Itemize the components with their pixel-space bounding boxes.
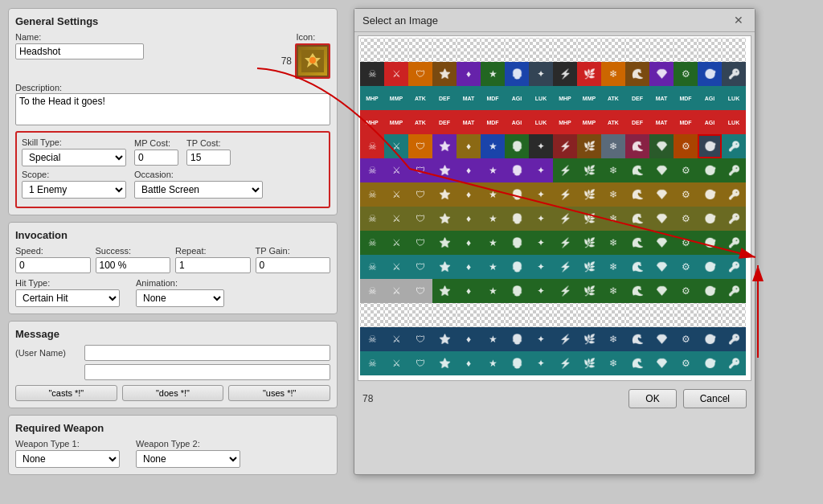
grid-icon[interactable]: ♦ — [457, 62, 481, 86]
grid-icon[interactable]: ♦ — [457, 207, 481, 231]
occasion-select[interactable]: Battle Screen — [134, 181, 263, 199]
grid-icon[interactable]: ⭐ — [432, 158, 457, 182]
grid-icon[interactable]: 🔑 — [722, 62, 746, 86]
grid-icon[interactable]: ☠ — [360, 158, 384, 182]
grid-icon[interactable]: 🎯 — [698, 62, 722, 86]
grid-icon[interactable]: ★ — [481, 351, 505, 375]
grid-icon[interactable] — [505, 38, 529, 62]
grid-icon[interactable]: 🌿 — [577, 134, 601, 158]
grid-icon[interactable]: 💀 — [505, 327, 529, 351]
grid-icon[interactable]: 🎯 — [698, 255, 722, 279]
grid-icon[interactable]: 🔑 — [722, 158, 746, 182]
hit-type-select[interactable]: Certain Hit — [15, 289, 120, 307]
icon-grid-container[interactable]: ☠⚔🛡⭐♦★💀✦⚡🌿❄🌊💎⚙🎯🔑MHPMMPATKDEFMATMDFAGILUK… — [358, 35, 751, 381]
grid-icon[interactable]: ☠ — [360, 351, 384, 375]
grid-icon[interactable]: 💎 — [649, 327, 674, 351]
grid-icon[interactable] — [505, 303, 529, 327]
grid-icon[interactable]: ATK — [408, 86, 432, 110]
grid-icon[interactable]: MMP — [577, 86, 601, 110]
grid-icon[interactable] — [408, 38, 432, 62]
grid-icon[interactable]: 🔑 — [722, 134, 746, 158]
grid-icon[interactable]: 🎯 — [698, 134, 722, 158]
grid-icon[interactable]: ❄ — [601, 158, 625, 182]
grid-icon[interactable]: ⚙ — [674, 182, 698, 207]
grid-icon[interactable]: 🌊 — [625, 231, 649, 255]
grid-icon[interactable]: ♦ — [457, 351, 481, 375]
grid-icon[interactable]: ✦ — [529, 327, 553, 351]
grid-icon[interactable]: 🌊 — [625, 207, 649, 231]
grid-icon[interactable] — [698, 303, 722, 327]
animation-select[interactable]: None — [136, 289, 224, 307]
grid-icon[interactable]: ❄ — [601, 134, 625, 158]
grid-icon[interactable]: ⚡ — [553, 351, 577, 375]
grid-icon[interactable] — [553, 303, 577, 327]
grid-icon[interactable]: ♦ — [457, 134, 481, 158]
grid-icon[interactable]: ★ — [481, 231, 505, 255]
grid-icon[interactable]: 🌿 — [577, 351, 601, 375]
grid-icon[interactable]: ⭐ — [432, 134, 457, 158]
grid-icon[interactable]: ⚡ — [553, 279, 577, 303]
grid-icon[interactable]: ☠ — [360, 327, 384, 351]
grid-icon[interactable]: 🎯 — [698, 327, 722, 351]
grid-icon[interactable]: 🌊 — [625, 279, 649, 303]
grid-icon[interactable]: 🌿 — [577, 255, 601, 279]
name-input[interactable] — [15, 43, 144, 59]
grid-icon[interactable]: ATK — [601, 86, 625, 110]
grid-icon[interactable]: 🎯 — [698, 231, 722, 255]
grid-icon[interactable]: MDF — [481, 110, 505, 134]
grid-icon[interactable] — [625, 303, 649, 327]
grid-icon[interactable]: 🌊 — [625, 158, 649, 182]
grid-icon[interactable]: 💀 — [505, 158, 529, 182]
grid-icon[interactable]: ⚔ — [384, 207, 408, 231]
grid-icon[interactable]: MDF — [674, 86, 698, 110]
grid-icon[interactable]: ♦ — [457, 255, 481, 279]
grid-icon[interactable]: ☠ — [360, 279, 384, 303]
grid-icon[interactable]: ⚙ — [674, 134, 698, 158]
grid-icon[interactable]: MHP — [553, 86, 577, 110]
grid-icon[interactable] — [432, 303, 457, 327]
grid-icon[interactable]: AGI — [698, 86, 722, 110]
grid-icon[interactable]: 🔑 — [722, 182, 746, 207]
grid-icon[interactable]: ⚙ — [674, 327, 698, 351]
grid-icon[interactable]: DEF — [625, 110, 649, 134]
grid-icon[interactable]: 🌊 — [625, 327, 649, 351]
grid-icon[interactable] — [625, 38, 649, 62]
grid-icon[interactable]: MHP — [553, 110, 577, 134]
grid-icon[interactable] — [553, 38, 577, 62]
grid-icon[interactable]: ⚔ — [384, 134, 408, 158]
grid-icon[interactable]: ❄ — [601, 327, 625, 351]
grid-icon[interactable]: 🎯 — [698, 207, 722, 231]
icon-button[interactable] — [295, 43, 330, 79]
grid-icon[interactable]: DEF — [625, 86, 649, 110]
grid-icon[interactable]: 💎 — [649, 158, 674, 182]
grid-icon[interactable]: 💎 — [649, 182, 674, 207]
close-button[interactable]: ✕ — [731, 14, 747, 27]
scope-select[interactable]: 1 Enemy — [22, 181, 126, 199]
grid-icon[interactable]: 💀 — [505, 231, 529, 255]
grid-icon[interactable]: ⭐ — [432, 231, 457, 255]
grid-icon[interactable] — [360, 303, 384, 327]
grid-icon[interactable]: ATK — [408, 110, 432, 134]
grid-icon[interactable]: ATK — [601, 110, 625, 134]
grid-icon[interactable]: 💎 — [649, 207, 674, 231]
grid-icon[interactable]: ⭐ — [432, 182, 457, 207]
grid-icon[interactable]: 🛡 — [408, 231, 432, 255]
grid-icon[interactable] — [408, 303, 432, 327]
grid-icon[interactable]: ☠ — [360, 231, 384, 255]
tp-gain-input[interactable] — [256, 257, 331, 273]
grid-icon[interactable] — [722, 38, 746, 62]
grid-icon[interactable]: ✦ — [529, 231, 553, 255]
grid-icon[interactable]: 💎 — [649, 62, 674, 86]
grid-icon[interactable]: ☠ — [360, 207, 384, 231]
grid-icon[interactable]: ☠ — [360, 134, 384, 158]
grid-icon[interactable] — [722, 303, 746, 327]
grid-icon[interactable]: ⚔ — [384, 327, 408, 351]
grid-icon[interactable]: ❄ — [601, 207, 625, 231]
speed-input[interactable] — [15, 257, 91, 273]
grid-icon[interactable] — [601, 38, 625, 62]
grid-icon[interactable]: ✦ — [529, 182, 553, 207]
grid-icon[interactable]: ❄ — [601, 279, 625, 303]
weapon-type1-select[interactable]: None — [15, 450, 120, 468]
grid-icon[interactable]: ⚙ — [674, 279, 698, 303]
grid-icon[interactable] — [481, 303, 505, 327]
